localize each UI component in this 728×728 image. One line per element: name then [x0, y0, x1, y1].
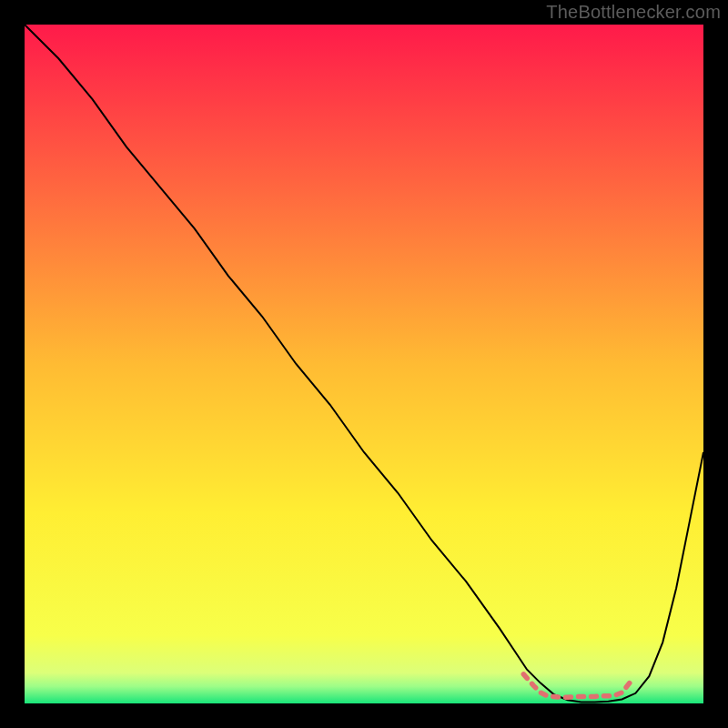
plot-area [25, 25, 703, 703]
chart-container: TheBottlenecker.com [0, 0, 728, 728]
chart-svg [25, 25, 703, 703]
watermark-label: TheBottlenecker.com [546, 2, 721, 23]
gradient-background [25, 25, 703, 703]
